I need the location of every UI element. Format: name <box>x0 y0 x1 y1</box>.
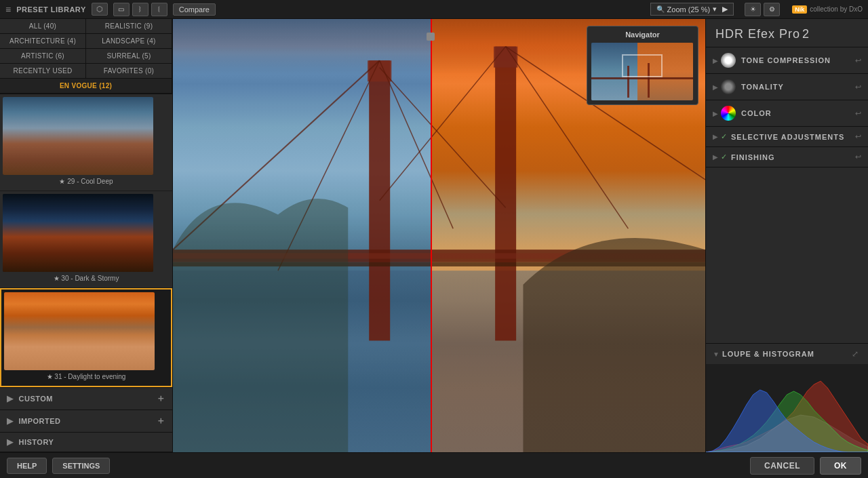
finishing-label: FINISHING <box>731 153 851 161</box>
preset-categories: ALL (40) REALISTIC (9) ARCHITECTURE (4) … <box>0 19 172 94</box>
help-button[interactable]: HELP <box>7 458 47 474</box>
search-icon: 🔍 <box>656 5 665 13</box>
selective-section: ▶ ✓ SELECTIVE ADJUSTMENTS ↩ <box>706 127 868 147</box>
export-icon[interactable]: ⬡ <box>92 3 108 16</box>
bottom-bar: HELP SETTINGS CANCEL OK <box>0 452 868 478</box>
category-realistic[interactable]: REALISTIC (9) <box>86 19 172 34</box>
imported-plus-icon[interactable]: ＋ <box>156 415 166 427</box>
loupe-header[interactable]: ▼ LOUPE & HISTOGRAM ⤢ <box>706 344 868 364</box>
category-recently[interactable]: RECENTLY USED <box>0 64 86 79</box>
preset-label-1: ★ 29 - Cool Deep <box>3 175 170 188</box>
finishing-reset-icon[interactable]: ↩ <box>855 153 861 161</box>
chevron-down-icon-loupe: ▼ <box>713 351 719 358</box>
nik-logo: Nik <box>792 5 807 14</box>
tonality-section: ▶ TONALITY ↩ <box>706 74 868 100</box>
tonality-icon <box>721 79 736 94</box>
selective-label: SELECTIVE ADJUSTMENTS <box>731 133 851 141</box>
triangle-icon: ▶ <box>7 394 14 403</box>
triangle-icon-2: ▶ <box>7 416 14 426</box>
preset-list: ★ 29 - Cool Deep ★ 30 - Dark & Stormy ★ … <box>0 94 172 387</box>
bottom-left-buttons: HELP SETTINGS <box>7 458 110 474</box>
preset-item-dark-stormy[interactable]: ★ 30 - Dark & Stormy <box>0 191 172 288</box>
navigator-thumbnail[interactable] <box>591 43 693 100</box>
custom-plus-icon[interactable]: ＋ <box>156 393 166 405</box>
dxo-label: collection by DxO <box>810 5 863 13</box>
svg-rect-2 <box>369 60 390 340</box>
right-panel-spacer <box>706 167 868 343</box>
histogram <box>706 364 868 452</box>
settings-icon[interactable]: ⚙ <box>764 3 780 16</box>
category-surreal[interactable]: SURREAL (5) <box>86 49 172 64</box>
preset-item-cool-deep[interactable]: ★ 29 - Cool Deep <box>0 94 172 191</box>
finishing-check[interactable]: ✓ <box>721 153 727 161</box>
category-favorites[interactable]: FAVORITES (0) <box>86 64 172 79</box>
view-tools: ▭ ⧘ ⧙ <box>113 3 167 16</box>
tonality-header[interactable]: ▶ TONALITY ↩ <box>706 74 868 100</box>
tonality-reset-icon[interactable]: ↩ <box>855 83 861 92</box>
color-section: ▶ COLOR ↩ <box>706 100 868 127</box>
history-action[interactable]: ▶ HISTORY <box>0 433 172 452</box>
tone-reset-icon[interactable]: ↩ <box>855 56 861 65</box>
split-line <box>431 19 432 452</box>
preset-thumbnail-1 <box>3 97 153 175</box>
category-architecture[interactable]: ARCHITECTURE (4) <box>0 34 86 49</box>
zoom-arrow-icon[interactable]: ▶ <box>722 5 728 14</box>
category-artistic[interactable]: ARTISTIC (6) <box>0 49 86 64</box>
compare-button[interactable]: Compare <box>173 3 216 16</box>
app-version: 2 <box>802 27 810 41</box>
imported-action[interactable]: ▶ IMPORTED ＋ <box>0 410 172 433</box>
svg-rect-4 <box>495 47 516 341</box>
sun-icon[interactable]: ☀ <box>745 3 761 16</box>
color-icon <box>721 106 736 121</box>
color-label: COLOR <box>741 109 851 117</box>
preset-label-3: ★ 31 - Daylight to evening <box>4 370 168 383</box>
split-handle[interactable] <box>427 33 435 41</box>
selective-reset-icon[interactable]: ↩ <box>855 132 861 141</box>
category-all[interactable]: ALL (40) <box>0 19 86 34</box>
custom-label: CUSTOM <box>19 395 53 403</box>
tone-compression-section: ▶ TONE COMPRESSION ↩ <box>706 47 868 74</box>
custom-action[interactable]: ▶ CUSTOM ＋ <box>0 388 172 410</box>
finishing-header[interactable]: ▶ ✓ FINISHING ↩ <box>706 147 868 167</box>
main-layout: ALL (40) REALISTIC (9) ARCHITECTURE (4) … <box>0 19 868 452</box>
preset-label-2: ★ 30 - Dark & Stormy <box>3 272 170 285</box>
cancel-button[interactable]: CANCEL <box>750 457 814 475</box>
app-title: HDR Efex Pro <box>715 27 800 41</box>
chevron-right-icon-4: ▶ <box>713 133 718 140</box>
top-bar: ≡ PRESET LIBRARY ⬡ ▭ ⧘ ⧙ Compare 🔍 Zoom … <box>0 0 868 19</box>
ok-button[interactable]: OK <box>820 457 861 475</box>
color-header[interactable]: ▶ COLOR ↩ <box>706 100 868 126</box>
history-label: HISTORY <box>19 438 54 446</box>
settings-button[interactable]: SETTINGS <box>52 458 110 474</box>
navigator-viewport <box>622 54 663 77</box>
selective-check[interactable]: ✓ <box>721 132 727 141</box>
chevron-right-icon-3: ▶ <box>713 110 718 117</box>
chevron-down-icon[interactable]: ▾ <box>713 5 717 14</box>
histogram-svg <box>706 364 868 452</box>
chevron-right-icon-2: ▶ <box>713 83 718 91</box>
logo-area: Nik collection by DxO <box>792 5 863 14</box>
side-view-btn[interactable]: ⧙ <box>151 3 167 16</box>
tonality-label: TONALITY <box>741 83 851 91</box>
menu-icon[interactable]: ≡ <box>5 4 11 15</box>
chevron-right-icon-5: ▶ <box>713 153 718 161</box>
tone-compression-header[interactable]: ▶ TONE COMPRESSION ↩ <box>706 47 868 73</box>
preset-thumbnail-3 <box>4 292 155 370</box>
image-container[interactable]: Navigator <box>173 19 705 452</box>
tone-icon <box>721 53 736 68</box>
zoom-label: Zoom (25 %) <box>667 5 711 14</box>
preset-item-daylight-evening[interactable]: ★ 31 - Daylight to evening <box>0 288 172 387</box>
category-landscape[interactable]: LANDSCAPE (4) <box>86 34 172 49</box>
preset-thumbnail-2 <box>3 194 153 272</box>
color-reset-icon[interactable]: ↩ <box>855 109 861 118</box>
split-view-btn[interactable]: ⧘ <box>132 3 149 16</box>
center-panel: Navigator <box>173 19 705 452</box>
bottom-right-buttons: CANCEL OK <box>750 457 861 475</box>
chevron-right-icon: ▶ <box>713 57 718 64</box>
right-panel: HDR Efex Pro 2 ▶ TONE COMPRESSION ↩ ▶ TO… <box>705 19 868 452</box>
single-view-btn[interactable]: ▭ <box>113 3 130 16</box>
selective-header[interactable]: ▶ ✓ SELECTIVE ADJUSTMENTS ↩ <box>706 127 868 146</box>
loupe-expand-icon[interactable]: ⤢ <box>852 349 859 359</box>
category-en-vogue[interactable]: EN VOGUE (12) <box>0 79 172 94</box>
loupe-histogram-section: ▼ LOUPE & HISTOGRAM ⤢ <box>706 343 868 452</box>
